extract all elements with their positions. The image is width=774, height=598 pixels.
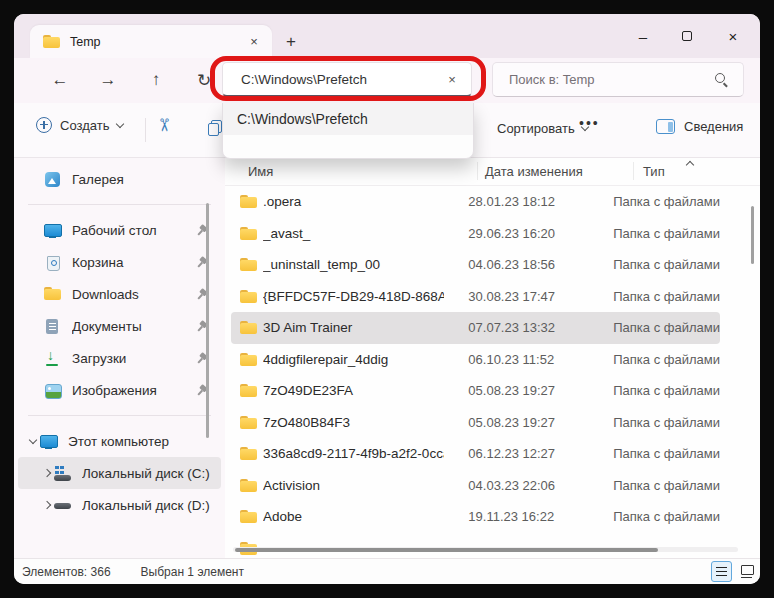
file-date-modified: 05.08.23 19:27 [468, 383, 595, 398]
sidebar-item-document[interactable]: Документы [18, 310, 221, 342]
chevron-right-icon[interactable] [43, 469, 51, 477]
screenshot-frame: Temp × + – × ← → ↑ ↻ C:\Windows\Prefetch… [0, 0, 774, 598]
sidebar-item-label: Изображения [72, 383, 196, 398]
vertical-scrollbar[interactable] [751, 206, 754, 264]
table-row[interactable]: 7zO480B84F305.08.23 19:27Папка с файлами [231, 407, 720, 439]
pictures-icon [44, 382, 61, 399]
column-separator[interactable] [633, 162, 634, 180]
address-bar[interactable]: C:\Windows\Prefetch × [222, 62, 472, 97]
sidebar-item-folder[interactable]: Downloads [18, 278, 221, 310]
sidebar-item-label: Локальный диск (C:) [82, 466, 221, 481]
tab-close-button[interactable]: × [244, 31, 264, 51]
back-button[interactable]: ← [44, 64, 76, 96]
address-clear-button[interactable]: × [441, 68, 463, 90]
column-separator[interactable] [477, 162, 478, 180]
file-date-modified: 28.01.23 18:12 [468, 194, 595, 209]
chevron-down-icon [116, 119, 124, 127]
document-icon [44, 318, 61, 335]
chevron-right-icon[interactable] [43, 501, 51, 509]
desktop-icon [44, 222, 61, 239]
table-row[interactable]: Adobe19.11.23 16:22Папка с файлами [231, 501, 720, 533]
folder-icon [240, 352, 257, 367]
copy-button[interactable] [208, 120, 222, 136]
sidebar-item-pictures[interactable]: Изображения [18, 374, 221, 406]
file-date-modified: 29.06.23 16:20 [468, 226, 595, 241]
horizontal-scrollbar-thumb[interactable] [235, 548, 658, 552]
file-name: _uninstall_temp_00 [263, 257, 444, 272]
table-row[interactable]: 7zO49DE23FA05.08.23 19:27Папка с файлами [231, 375, 720, 407]
sidebar-separator [28, 204, 211, 205]
sidebar-item-download[interactable]: Загрузки [18, 342, 221, 374]
navigation-row: ← → ↑ ↻ C:\Windows\Prefetch × Поиск в: T… [14, 58, 760, 103]
table-row[interactable]: Activision04.03.23 22:06Папка с файлами [231, 470, 720, 502]
sort-button[interactable]: Сортировать [497, 121, 588, 136]
sidebar-item-label: Корзина [72, 255, 196, 270]
drive-d-icon [54, 497, 71, 514]
search-icon[interactable] [715, 73, 729, 87]
maximize-button[interactable] [673, 22, 701, 50]
sidebar-item-computer[interactable]: Этот компьютер [18, 425, 221, 457]
address-input-value[interactable]: C:\Windows\Prefetch [241, 72, 441, 87]
table-row[interactable]: _avast_29.06.23 16:20Папка с файлами [231, 218, 720, 250]
tab-temp[interactable]: Temp × [30, 25, 272, 58]
file-name: {BFFDC57F-DB29-418D-868A-228F5FCFE... [263, 289, 444, 304]
file-date-modified: 06.10.23 11:52 [468, 352, 595, 367]
file-name: Adobe [263, 509, 444, 524]
drive-c-icon [54, 465, 71, 482]
table-row[interactable]: {BFFDC57F-DB29-418D-868A-228F5FCFE...30.… [231, 281, 720, 313]
chevron-down-icon[interactable] [29, 435, 37, 443]
details-view-button[interactable] [711, 561, 732, 582]
file-type: Папка с файлами [613, 446, 720, 461]
sort-button-label: Сортировать [497, 121, 575, 136]
cut-button[interactable]: ✂ [153, 117, 175, 132]
minimize-button[interactable]: – [629, 22, 657, 50]
folder-icon [43, 34, 60, 49]
details-pane-button[interactable]: Сведения [656, 119, 743, 134]
table-row[interactable]: _uninstall_temp_0004.06.23 18:56Папка с … [231, 249, 720, 281]
file-name: 7zO49DE23FA [263, 383, 444, 398]
forward-button[interactable]: → [92, 64, 124, 96]
table-row[interactable]: 336a8cd9-2117-4f9b-a2f2-0cca29dbcf7e_...… [231, 438, 720, 470]
refresh-button[interactable]: ↻ [188, 64, 220, 96]
sidebar-item-desktop[interactable]: Рабочий стол [18, 214, 221, 246]
horizontal-scrollbar-track[interactable] [233, 547, 738, 552]
sidebar-separator [28, 415, 211, 416]
sidebar-item-drive-c[interactable]: Локальный диск (C:) [18, 457, 221, 489]
suggestion-item[interactable]: C:\Windows\Prefetch [223, 103, 473, 135]
sidebar-item-label: Downloads [72, 287, 196, 302]
column-header-date[interactable]: Дата изменения [485, 164, 583, 179]
folder-icon [240, 415, 257, 430]
new-button[interactable]: Создать [36, 117, 123, 133]
new-tab-button[interactable]: + [279, 30, 303, 54]
sort-ascending-icon [686, 161, 694, 169]
file-type: Папка с файлами [613, 194, 720, 209]
search-input[interactable]: Поиск в: Temp [492, 62, 744, 97]
up-button[interactable]: ↑ [140, 64, 172, 96]
view-toggle-group [711, 561, 757, 582]
more-options-button[interactable]: ••• [579, 115, 600, 131]
column-header-name[interactable]: Имя [248, 164, 273, 179]
column-header-type[interactable]: Тип [643, 164, 665, 179]
file-name: 3D Aim Trainer [263, 320, 444, 335]
icons-view-button[interactable] [736, 561, 757, 582]
file-date-modified: 06.12.23 12:27 [468, 446, 595, 461]
sidebar-item-drive-d[interactable]: Локальный диск (D:) [18, 489, 221, 521]
folder-icon [240, 383, 257, 398]
table-row[interactable]: 3D Aim Trainer07.07.23 13:32Папка с файл… [231, 312, 720, 344]
sidebar-item-recycle[interactable]: Корзина [18, 246, 221, 278]
table-row[interactable]: 4ddigfilerepair_4ddig06.10.23 11:52Папка… [231, 344, 720, 376]
table-row[interactable]: .opera28.01.23 18:12Папка с файлами [231, 186, 720, 218]
column-header-row: Имя Дата изменения Тип [225, 158, 760, 186]
file-name: 4ddigfilerepair_4ddig [263, 352, 444, 367]
sidebar-item-gallery[interactable]: Галерея [18, 163, 221, 195]
sidebar-scrollbar[interactable] [206, 203, 209, 438]
file-type: Папка с файлами [613, 257, 720, 272]
folder-icon [240, 194, 257, 209]
toolbar-divider [145, 118, 146, 142]
table-row[interactable] [231, 533, 720, 559]
close-button[interactable]: × [719, 22, 747, 50]
sidebar: ГалереяРабочий столКорзинаDownloadsДокум… [14, 158, 225, 558]
sidebar-item-label: Этот компьютер [68, 434, 221, 449]
maximize-icon [682, 31, 692, 41]
file-name: 336a8cd9-2117-4f9b-a2f2-0cca29dbcf7e_... [263, 446, 444, 461]
